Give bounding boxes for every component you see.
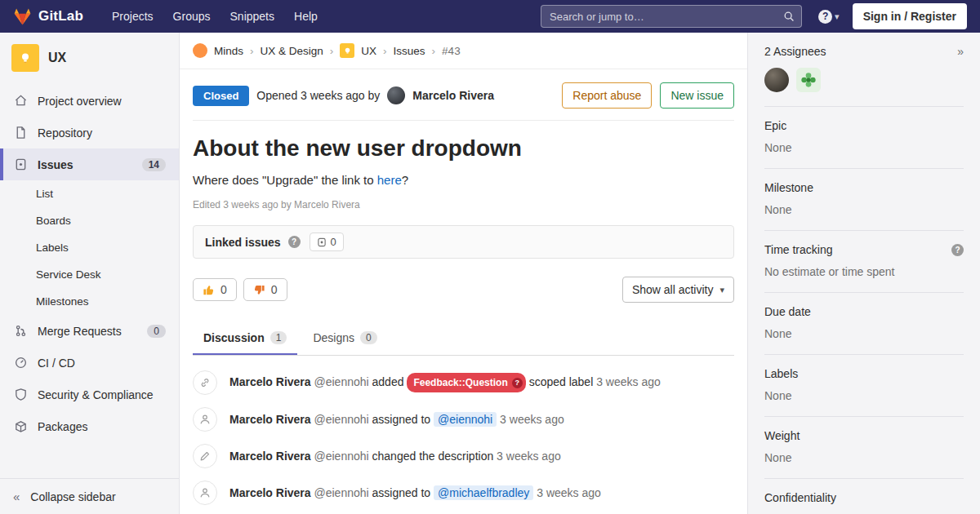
sign-in-button[interactable]: Sign in / Register [853,3,967,29]
tab-discussion[interactable]: Discussion 1 [193,322,297,355]
sidebar-item-issues[interactable]: Issues 14 [0,148,179,180]
status-badge: Closed [193,86,249,106]
assignees-title: 2 Assignees [764,45,826,58]
note-username: @eiennohi [314,413,369,426]
search-input[interactable] [541,5,802,28]
assignees-section: 2 Assignees » [764,33,964,107]
milestone-section[interactable]: Milestone None [764,169,964,231]
system-note-description-changed: Marcelo Rivera @eiennohi changed the des… [193,444,734,468]
activity-filter-dropdown[interactable]: Show all activity ▾ [622,277,734,303]
nav-projects[interactable]: Projects [103,4,163,29]
breadcrumb-issues[interactable]: Issues [394,45,425,57]
chevron-down-icon: ▾ [719,285,724,295]
nav-snippets[interactable]: Snippets [221,4,283,29]
breadcrumb-subgroup[interactable]: UX & Design [261,45,323,57]
opened-text: Opened 3 weeks ago by [256,89,380,102]
scoped-label[interactable]: Feedback::Question? [407,373,525,392]
epic-section[interactable]: Epic None [764,107,964,169]
breadcrumb-project[interactable]: UX [361,45,376,57]
note-username: @eiennohi [314,486,369,499]
label-icon [193,370,217,395]
top-navbar: GitLab Projects Groups Snippets Help ? ▾… [0,0,980,33]
labels-section[interactable]: Labels None [764,355,964,417]
due-date-section[interactable]: Due date None [764,293,964,355]
sidebar-item-issues-labels[interactable]: Labels [0,234,179,261]
sidebar-item-project-overview[interactable]: Project overview [0,85,179,117]
description-link[interactable]: here [377,173,402,187]
issue-sidebar: 2 Assignees » Epic None Milestone None [747,33,980,514]
author-link[interactable]: Marcelo Rivera [412,89,494,102]
system-note-assigned: Marcelo Rivera @eiennohi assigned to @mi… [193,481,734,505]
time-tracking-section[interactable]: Time tracking ? No estimate or time spen… [764,231,964,293]
issues-icon [13,157,28,171]
sidebar-item-repository[interactable]: Repository [0,117,179,148]
weight-section[interactable]: Weight None [764,417,964,479]
project-avatar-small[interactable] [340,43,354,58]
awards-row: 0 0 Show all activity ▾ [193,277,734,303]
header-actions: Report abuse New issue [562,82,734,109]
project-avatar [11,44,39,72]
issue-description: Where does "Upgrade" the link to here? [193,173,734,187]
sidebar-nav: Project overview Repository Issues 14 [0,85,179,442]
thumbs-up-button[interactable]: 0 [193,278,237,301]
note-username: @eiennohi [314,375,369,388]
user-icon [193,481,217,505]
sidebar-item-service-desk[interactable]: Service Desk [0,261,179,288]
sidebar-item-packages[interactable]: Packages [0,410,179,442]
breadcrumb: Minds › UX & Design › UX › Issues › #43 [180,33,747,69]
pencil-icon [193,444,217,468]
gitlab-logo[interactable]: GitLab [13,8,83,25]
author-avatar[interactable] [387,86,405,104]
sidebar-item-security-compliance[interactable]: Security & Compliance [0,379,179,410]
package-icon [13,419,28,433]
note-timestamp[interactable]: 3 weeks ago [500,413,564,426]
note-timestamp[interactable]: 3 weeks ago [537,486,601,499]
sidebar-item-merge-requests[interactable]: Merge Requests 0 [0,315,179,347]
merge-request-icon [13,324,28,338]
chevron-down-icon: ▾ [835,11,840,22]
double-chevron-left-icon: « [13,490,20,503]
breadcrumb-separator: › [432,45,436,57]
help-icon[interactable]: ? [288,236,301,248]
help-dropdown[interactable]: ? ▾ [818,10,840,24]
project-header[interactable]: UX [0,33,179,85]
sidebar-item-milestones[interactable]: Milestones [0,288,179,315]
confidentiality-section[interactable]: Confidentiality Not confidential [764,479,964,514]
sidebar-item-ci-cd[interactable]: CI / CD [0,347,179,379]
user-mention[interactable]: @michaelfbradley [434,485,533,500]
collapse-sidebar-button[interactable]: « Collapse sidebar [0,478,179,514]
assignee-avatar[interactable] [796,68,821,92]
search-icon [783,11,795,24]
group-avatar[interactable] [193,43,207,58]
note-timestamp[interactable]: 3 weeks ago [497,450,561,463]
note-author[interactable]: Marcelo Rivera [229,375,311,388]
note-timestamp[interactable]: 3 weeks ago [596,375,661,388]
navbar-menu: Projects Groups Snippets Help [103,4,327,29]
project-name: UX [48,51,66,65]
help-icon[interactable]: ? [951,244,964,256]
merge-requests-count-badge: 0 [147,325,166,338]
new-issue-button[interactable]: New issue [660,82,734,109]
issue-status-header: Closed Opened 3 weeks ago by Marcelo Riv… [193,82,734,121]
note-author[interactable]: Marcelo Rivera [229,486,311,499]
double-chevron-right-icon[interactable]: » [957,45,964,58]
user-mention[interactable]: @eiennohi [434,412,497,427]
issue-title: About the new user dropdown [193,135,734,162]
designs-count-badge: 0 [360,331,377,344]
nav-help[interactable]: Help [285,4,327,29]
assignee-avatar[interactable] [764,68,789,92]
tab-designs[interactable]: Designs 0 [302,322,387,355]
brand-name: GitLab [38,8,83,24]
nav-groups[interactable]: Groups [164,4,220,29]
question-icon: ? [818,10,832,24]
breadcrumb-group[interactable]: Minds [214,45,243,57]
note-author[interactable]: Marcelo Rivera [229,450,311,463]
report-abuse-button[interactable]: Report abuse [562,82,652,109]
sidebar-item-issues-list[interactable]: List [0,180,179,207]
thumbs-down-button[interactable]: 0 [243,278,287,301]
home-icon [13,94,28,108]
system-note-label-added: Marcelo Rivera @eiennohi added Feedback:… [193,370,734,395]
sidebar-item-issues-boards[interactable]: Boards [0,207,179,234]
thumbs-down-icon [253,284,265,296]
note-author[interactable]: Marcelo Rivera [229,413,311,426]
